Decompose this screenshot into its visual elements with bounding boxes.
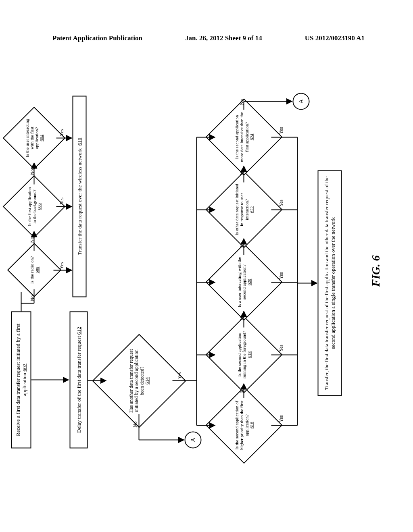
label-yes: Yes	[278, 345, 284, 351]
diamond-618: Is the second application running in the…	[217, 328, 271, 382]
box-610: Transfer the data request over the wirel…	[73, 96, 87, 297]
label-no: No	[239, 169, 245, 175]
header-left: Patent Application Publication	[52, 34, 142, 42]
diamond-606: Is the first application in the backgrou…	[12, 185, 56, 229]
label-no: No	[239, 387, 245, 393]
label-yes: Yes	[278, 415, 284, 422]
header-right: US 2012/0023190 A1	[305, 34, 365, 42]
box-626: Transfer, the first data transfer reques…	[318, 170, 342, 396]
label-yes: Yes	[278, 272, 284, 279]
label-no: No	[239, 314, 245, 320]
label-yes: Yes	[59, 262, 65, 269]
diamond-624: Is the second application more data inte…	[217, 110, 271, 164]
label-no: No	[132, 422, 138, 428]
diamond-608: Is the radio on?608	[15, 251, 54, 289]
label-no: No	[239, 242, 245, 248]
diamond-616: Is the second application of higher prio…	[217, 398, 271, 453]
label-yes: Yes	[59, 197, 65, 204]
header-center: Jan. 26, 2012 Sheet 9 of 14	[185, 34, 262, 42]
connector-a-left: A	[185, 432, 202, 449]
box-602: Receive a first data transfer request in…	[11, 312, 31, 449]
diamond-614: Has another data transfer request initia…	[106, 348, 173, 414]
label-yes: Yes	[177, 372, 183, 379]
label-yes: Yes	[59, 129, 65, 136]
label-yes: Yes	[278, 127, 284, 134]
page-header: Patent Application Publication Jan. 26, …	[0, 34, 413, 42]
flowchart-diagram: Receive a first data transfer request in…	[7, 90, 413, 453]
diamond-620: Is a user interacting with the second ap…	[217, 255, 271, 310]
box-612: Delay transfer of the first data transfe…	[70, 312, 88, 449]
diamond-622: Is other data request initiated in respo…	[217, 183, 271, 237]
diamond-604: Is the user interacting with the first a…	[12, 116, 56, 160]
label-no: No	[29, 237, 35, 243]
label-no: No	[29, 295, 35, 301]
connector-a-right: A	[293, 93, 310, 110]
figure-label: FIG. 6	[369, 256, 382, 287]
arrows	[7, 90, 413, 453]
label-yes: Yes	[278, 200, 284, 206]
label-no: No	[239, 99, 245, 105]
label-no: No	[29, 169, 35, 175]
